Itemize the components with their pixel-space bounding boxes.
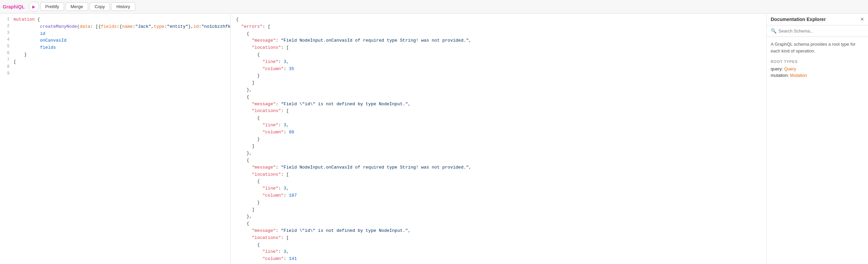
root-types-label: ROOT TYPES xyxy=(771,60,864,64)
close-doc-button[interactable]: × xyxy=(860,16,864,22)
editor-pane: 1 2 3 4 5 6 7 8 9 mutation { createManyN… xyxy=(0,14,231,264)
doc-body: A GraphQL schema provides a root type fo… xyxy=(767,37,868,264)
prettify-button[interactable]: Prettify xyxy=(40,2,64,11)
editor-content[interactable]: 1 2 3 4 5 6 7 8 9 mutation { createManyN… xyxy=(0,14,230,264)
doc-description: A GraphQL schema provides a root type fo… xyxy=(771,41,864,54)
mutation-label: mutation: xyxy=(771,73,789,78)
main-area: 1 2 3 4 5 6 7 8 9 mutation { createManyN… xyxy=(0,14,868,264)
doc-search-bar[interactable]: 🔍 xyxy=(767,25,868,37)
doc-header: Documentation Explorer × xyxy=(767,14,868,25)
doc-title: Documentation Explorer xyxy=(771,17,826,22)
history-button[interactable]: History xyxy=(111,2,135,11)
query-label: query: xyxy=(771,66,783,71)
merge-button[interactable]: Merge xyxy=(65,2,88,11)
search-input[interactable] xyxy=(778,28,864,34)
line-numbers: 1 2 3 4 5 6 7 8 9 xyxy=(0,14,12,264)
copy-button[interactable]: Copy xyxy=(90,2,110,11)
code-editor[interactable]: mutation { createManyNode(data: [{fields… xyxy=(12,14,230,264)
result-pane: { "errors": [ { "message": "Field NodeIn… xyxy=(231,14,766,264)
toolbar: GraphiQL Prettify Merge Copy History xyxy=(0,0,868,14)
query-type-link[interactable]: query: Query xyxy=(771,66,864,71)
query-type[interactable]: Query xyxy=(784,66,796,71)
search-icon: 🔍 xyxy=(771,28,776,34)
app-title: GraphiQL xyxy=(3,4,25,9)
run-button[interactable] xyxy=(29,2,39,12)
mutation-type[interactable]: Mutation xyxy=(790,73,807,78)
doc-pane: Documentation Explorer × 🔍 A GraphQL sch… xyxy=(766,14,868,264)
mutation-type-link[interactable]: mutation: Mutation xyxy=(771,73,864,78)
